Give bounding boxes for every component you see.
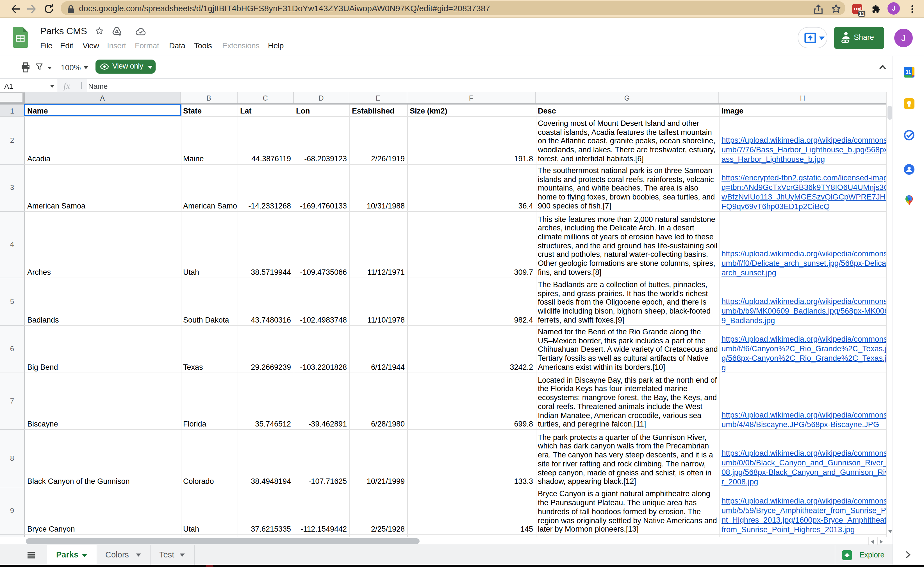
svg-text:31: 31 <box>905 69 911 75</box>
